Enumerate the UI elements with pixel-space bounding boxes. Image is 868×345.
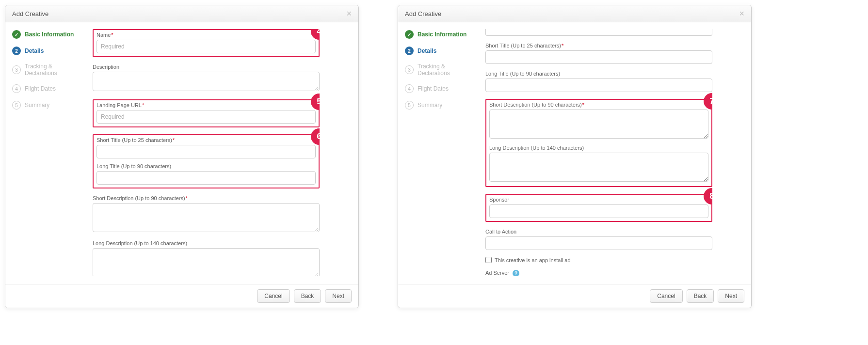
field-long-title: Long Title (Up to 90 characters) [96,163,316,185]
partial-scrolled-input[interactable] [485,29,712,36]
modal-title: Add Creative [405,10,441,17]
step-number-icon: 5 [405,101,414,110]
field-short-desc: Short Description (Up to 90 characters)* [93,195,320,234]
help-icon[interactable]: ? [513,270,519,276]
close-icon[interactable]: × [739,9,744,18]
long-title-input[interactable] [96,171,316,185]
app-install-label: This creative is an app install ad [495,257,571,263]
modal-body: ✓ Basic Information 2 Details 3 Tracking… [398,22,751,284]
form-scroll: 4 Name* Description 5 Landing Page URL* [93,29,320,276]
wizard-step-label: Details [25,47,44,54]
label-landing-url: Landing Page URL* [96,102,316,108]
field-ad-server: Ad Server ? [485,270,712,276]
field-short-title: Short Title (Up to 25 characters)* [96,137,316,158]
step-number-icon: 4 [12,84,21,93]
wizard-step-flight-dates[interactable]: 4 Flight Dates [12,84,83,93]
label-ad-server: Ad Server ? [485,270,712,276]
wizard-step-basic-information[interactable]: ✓ Basic Information [405,30,476,39]
wizard-step-basic-information[interactable]: ✓ Basic Information [12,30,83,39]
modal-header: Add Creative × [398,5,751,22]
wizard-step-label: Basic Information [25,31,74,38]
wizard-step-flight-dates[interactable]: 4 Flight Dates [405,84,476,93]
step-number-icon: 2 [12,47,21,55]
label-short-desc: Short Description (Up to 90 characters)* [489,102,708,108]
wizard-step-label: Summary [418,102,442,109]
short-desc-textarea[interactable] [489,110,708,139]
highlight-sponsor: 8 Sponsor [485,194,712,222]
highlight-name: 4 Name* [93,29,320,57]
checkbox-app-install[interactable]: This creative is an app install ad [485,257,712,263]
wizard-nav: ✓ Basic Information 2 Details 3 Tracking… [5,22,88,284]
wizard-step-details[interactable]: 2 Details [405,47,476,55]
short-title-input[interactable] [485,50,712,64]
field-description: Description [93,64,320,93]
step-number-icon: 4 [405,84,414,93]
back-button[interactable]: Back [687,289,714,303]
close-icon[interactable]: × [346,9,352,18]
label-description: Description [93,64,320,70]
cancel-button[interactable]: Cancel [650,289,682,303]
wizard-nav: ✓ Basic Information 2 Details 3 Tracking… [398,22,481,284]
step-number-icon: 3 [405,65,414,74]
sponsor-input[interactable] [489,204,708,218]
wizard-step-summary[interactable]: 5 Summary [405,101,476,110]
label-cta: Call to Action [485,229,712,235]
description-textarea[interactable] [93,72,320,91]
wizard-step-label: Tracking & Declarations [418,63,476,77]
form-area: 4 Name* Description 5 Landing Page URL* [88,22,358,284]
wizard-step-label: Details [418,47,436,54]
highlight-descriptions: 7 Short Description (Up to 90 characters… [485,99,712,187]
label-short-desc: Short Description (Up to 90 characters)* [93,195,320,201]
modal-header: Add Creative × [5,5,358,22]
step-number-icon: 3 [12,65,21,74]
label-name: Name* [96,32,316,38]
wizard-step-label: Tracking & Declarations [25,63,83,77]
field-long-title: Long Title (Up to 90 characters) [485,71,712,92]
highlight-landing-url: 5 Landing Page URL* [93,99,320,127]
short-title-input[interactable] [96,145,316,158]
short-desc-textarea[interactable] [93,203,320,232]
wizard-step-label: Summary [25,102,49,109]
add-creative-modal-right: Add Creative × ✓ Basic Information 2 Det… [398,5,752,308]
long-desc-textarea[interactable] [489,153,708,182]
label-short-title: Short Title (Up to 25 characters)* [96,137,316,143]
wizard-step-tracking[interactable]: 3 Tracking & Declarations [12,63,83,77]
next-button[interactable]: Next [325,289,352,303]
label-sponsor: Sponsor [489,197,708,203]
field-cta: Call to Action [485,229,712,250]
landing-url-input[interactable] [96,110,316,124]
next-button[interactable]: Next [718,289,744,303]
field-short-title: Short Title (Up to 25 characters)* [485,43,712,64]
label-long-desc: Long Description (Up to 140 characters) [489,145,708,151]
wizard-step-summary[interactable]: 5 Summary [12,101,83,110]
label-long-title: Long Title (Up to 90 characters) [485,71,712,77]
long-desc-textarea[interactable] [93,248,320,276]
wizard-step-label: Flight Dates [25,85,56,92]
cta-input[interactable] [485,236,712,250]
field-short-desc: Short Description (Up to 90 characters)* [489,102,708,140]
back-button[interactable]: Back [294,289,321,303]
wizard-step-label: Flight Dates [418,85,449,92]
label-long-title: Long Title (Up to 90 characters) [96,163,316,169]
app-install-checkbox[interactable] [485,257,492,263]
field-long-desc: Long Description (Up to 140 characters) [489,145,708,183]
field-landing-url: Landing Page URL* [96,102,316,124]
form-scroll: Short Title (Up to 25 characters)* Long … [485,29,712,276]
cancel-button[interactable]: Cancel [257,289,289,303]
modal-body: ✓ Basic Information 2 Details 3 Tracking… [5,22,358,284]
field-sponsor: Sponsor [489,197,708,218]
step-number-icon: 5 [12,101,21,110]
check-icon: ✓ [405,30,414,39]
wizard-step-details[interactable]: 2 Details [12,47,83,55]
field-long-desc: Long Description (Up to 140 characters) [93,240,320,276]
add-creative-modal-left: Add Creative × ✓ Basic Information 2 Det… [5,5,359,308]
long-title-input[interactable] [485,78,712,92]
modal-footer: Cancel Back Next [398,284,751,308]
check-icon: ✓ [12,30,21,39]
wizard-step-tracking[interactable]: 3 Tracking & Declarations [405,63,476,77]
form-area: Short Title (Up to 25 characters)* Long … [481,22,751,284]
highlight-titles: 6 Short Title (Up to 25 characters)* Lon… [93,134,320,188]
step-number-icon: 2 [405,47,414,55]
name-input[interactable] [96,40,316,53]
label-short-title: Short Title (Up to 25 characters)* [485,43,712,48]
